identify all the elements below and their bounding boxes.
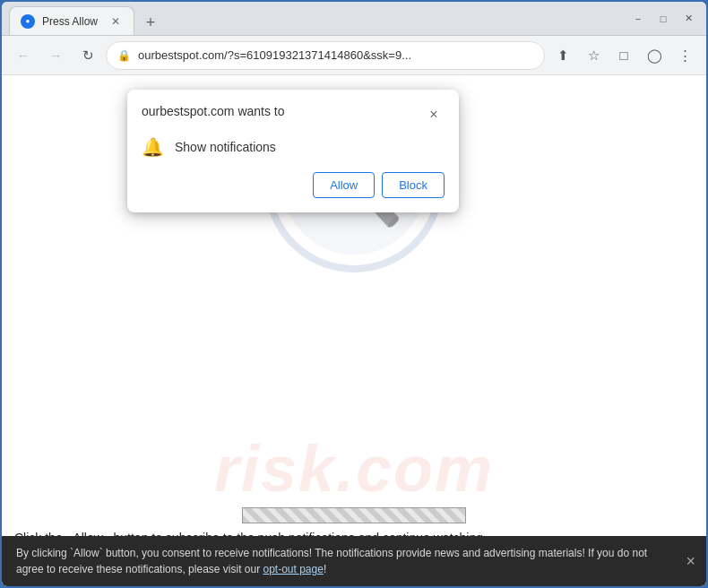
bottom-bar-close-button[interactable]: ×: [686, 549, 695, 574]
share-button[interactable]: ⬆: [548, 41, 577, 70]
url-text: ourbestspot.com/?s=610919321371414860&ss…: [138, 48, 533, 62]
notification-popup: ourbestspot.com wants to × 🔔 Show notifi…: [127, 90, 459, 212]
menu-button[interactable]: ⋮: [670, 41, 699, 70]
browser-window: ● Press Allow ✕ + − □ ✕ ← → ↻ 🔒 ourbests…: [0, 0, 708, 588]
loading-bar-container: [242, 507, 466, 523]
window-controls: − □ ✕: [627, 8, 699, 30]
back-button[interactable]: ←: [9, 41, 38, 70]
bottom-bar-text: By clicking `Allow` button, you consent …: [16, 547, 647, 575]
risk-watermark: risk.com: [2, 432, 706, 506]
address-bar[interactable]: 🔒 ourbestspot.com/?s=610919321371414860&…: [106, 41, 545, 70]
profile-button[interactable]: ◯: [640, 41, 669, 70]
popup-actions: Allow Block: [142, 172, 445, 198]
new-tab-button[interactable]: +: [138, 10, 163, 35]
opt-out-link[interactable]: opt-out page: [263, 563, 323, 575]
loading-bar: [242, 507, 466, 523]
allow-button[interactable]: Allow: [313, 172, 375, 198]
bottom-notification-bar: By clicking `Allow` button, you consent …: [2, 536, 706, 586]
browser-tab[interactable]: ● Press Allow ✕: [9, 6, 134, 35]
window-close-button[interactable]: ✕: [678, 8, 699, 30]
extensions-button[interactable]: □: [609, 41, 638, 70]
tab-area: ● Press Allow ✕ +: [9, 2, 620, 35]
block-button[interactable]: Block: [382, 172, 445, 198]
tab-favicon: ●: [21, 14, 35, 29]
forward-button[interactable]: →: [41, 41, 70, 70]
refresh-button[interactable]: ↻: [73, 41, 102, 70]
popup-close-button[interactable]: ×: [423, 104, 445, 125]
popup-title: ourbestspot.com wants to: [142, 104, 285, 118]
popup-notification-row: 🔔 Show notifications: [142, 136, 445, 158]
toolbar: ← → ↻ 🔒 ourbestspot.com/?s=6109193213714…: [2, 36, 706, 75]
title-bar: ● Press Allow ✕ + − □ ✕: [2, 2, 706, 36]
page-content: 🔍 risk.com Click the «Allow» button to s…: [2, 75, 706, 586]
tab-close-btn[interactable]: ✕: [108, 14, 123, 29]
bottom-bar-text-end: !: [324, 563, 326, 575]
popup-header: ourbestspot.com wants to ×: [142, 104, 445, 125]
maximize-button[interactable]: □: [652, 8, 674, 30]
toolbar-actions: ⬆ ☆ □ ◯ ⋮: [548, 41, 699, 70]
lock-icon: 🔒: [117, 49, 131, 62]
tab-title: Press Allow: [42, 15, 101, 28]
notification-text: Show notifications: [175, 140, 276, 154]
bell-icon: 🔔: [142, 136, 164, 158]
bookmark-button[interactable]: ☆: [579, 41, 608, 70]
minimize-button[interactable]: −: [627, 8, 649, 30]
